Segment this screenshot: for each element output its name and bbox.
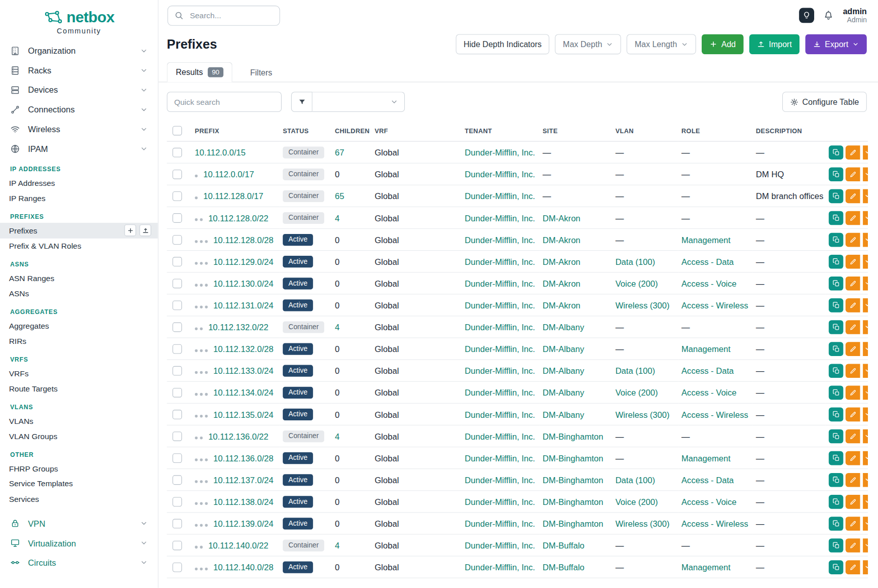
role-link[interactable]: Access - Voice	[681, 279, 737, 288]
role-link[interactable]: Management	[681, 562, 731, 572]
row-checkbox[interactable]	[172, 476, 182, 485]
children-count-link[interactable]: 4	[335, 540, 339, 550]
vlan-link[interactable]: Data (100)	[616, 366, 655, 375]
site-link[interactable]: DM-Albany	[543, 322, 584, 332]
row-checkbox[interactable]	[172, 563, 182, 572]
sidebar-item-ip-ranges[interactable]: IP Ranges	[0, 190, 158, 206]
edit-row-button[interactable]	[846, 385, 860, 400]
edit-row-dropdown-button[interactable]	[863, 254, 868, 268]
tenant-link[interactable]: Dunder-Mifflin, Inc.	[465, 366, 535, 375]
edit-row-dropdown-button[interactable]	[863, 342, 868, 356]
row-checkbox[interactable]	[172, 213, 182, 223]
prefix-link[interactable]: 10.112.132.0/28	[213, 344, 274, 354]
copy-row-button[interactable]	[829, 385, 844, 400]
theme-toggle-button[interactable]	[799, 8, 814, 23]
children-count-link[interactable]: 65	[335, 191, 344, 201]
tenant-link[interactable]: Dunder-Mifflin, Inc.	[465, 147, 535, 157]
column-header-children[interactable]: CHILDREN	[331, 121, 371, 141]
filter-button[interactable]	[291, 92, 313, 112]
edit-row-dropdown-button[interactable]	[863, 232, 868, 247]
prefix-link[interactable]: 10.112.128.0/22	[208, 213, 269, 223]
site-link[interactable]: DM-Albany	[543, 409, 584, 419]
edit-row-button[interactable]	[846, 320, 860, 334]
role-link[interactable]: Access - Wireless	[681, 519, 748, 528]
sidebar-item-circuits[interactable]: Circuits	[0, 553, 158, 572]
prefix-link[interactable]: 10.112.128.0/17	[203, 191, 263, 201]
sidebar-item-vlan-groups[interactable]: VLAN Groups	[0, 428, 158, 444]
edit-row-dropdown-button[interactable]	[863, 538, 868, 553]
role-link[interactable]: Access - Voice	[681, 497, 737, 506]
copy-row-button[interactable]	[829, 407, 844, 421]
vlan-link[interactable]: Voice (200)	[616, 497, 658, 506]
column-header-vrf[interactable]: VRF	[371, 121, 462, 141]
row-checkbox[interactable]	[172, 366, 182, 376]
row-checkbox[interactable]	[172, 170, 182, 179]
row-checkbox[interactable]	[172, 279, 182, 289]
column-header-prefix[interactable]: PREFIX	[192, 121, 280, 141]
site-link[interactable]: DM-Akron	[543, 257, 581, 266]
tenant-link[interactable]: Dunder-Mifflin, Inc.	[465, 519, 535, 528]
tenant-link[interactable]: Dunder-Mifflin, Inc.	[465, 475, 535, 485]
prefix-link[interactable]: 10.112.135.0/24	[213, 409, 274, 419]
copy-row-button[interactable]	[829, 342, 844, 356]
edit-row-dropdown-button[interactable]	[863, 517, 868, 531]
edit-row-button[interactable]	[846, 211, 860, 225]
tenant-link[interactable]: Dunder-Mifflin, Inc.	[465, 562, 535, 572]
sidebar-item-services[interactable]: Services	[0, 491, 158, 506]
role-link[interactable]: Access - Data	[681, 366, 734, 375]
prefix-link[interactable]: 10.112.130.0/24	[213, 279, 274, 288]
site-link[interactable]: DM-Albany	[543, 344, 584, 354]
quick-add-button[interactable]	[124, 224, 136, 236]
vlan-link[interactable]: Wireless (300)	[616, 519, 670, 528]
saved-filter-select[interactable]	[313, 92, 405, 112]
column-header-site[interactable]: SITE	[539, 121, 612, 141]
sidebar-item-aggregates[interactable]: Aggregates	[0, 318, 158, 333]
edit-row-dropdown-button[interactable]	[863, 167, 868, 181]
prefix-link[interactable]: 10.112.140.0/22	[208, 540, 269, 550]
tenant-link[interactable]: Dunder-Mifflin, Inc.	[465, 300, 535, 310]
row-checkbox[interactable]	[172, 541, 182, 551]
column-header-vlan[interactable]: VLAN	[612, 121, 678, 141]
children-count-link[interactable]: 4	[335, 213, 339, 223]
global-search-input[interactable]	[188, 10, 273, 20]
tenant-link[interactable]: Dunder-Mifflin, Inc.	[465, 344, 535, 354]
edit-row-dropdown-button[interactable]	[863, 451, 868, 465]
row-checkbox[interactable]	[172, 235, 182, 245]
children-count-link[interactable]: 4	[335, 432, 339, 441]
edit-row-button[interactable]	[846, 189, 860, 203]
prefix-link[interactable]: 10.112.136.0/22	[208, 432, 269, 441]
copy-row-button[interactable]	[829, 276, 844, 290]
edit-row-button[interactable]	[846, 298, 860, 312]
site-link[interactable]: DM-Akron	[543, 235, 581, 245]
sidebar-item-vlans[interactable]: VLANs	[0, 413, 158, 428]
prefix-link[interactable]: 10.112.138.0/24	[213, 497, 274, 506]
sidebar-item-virtualization[interactable]: Virtualization	[0, 533, 158, 553]
role-link[interactable]: Access - Data	[681, 257, 734, 266]
sidebar-item-connections[interactable]: Connections	[0, 100, 158, 120]
tenant-link[interactable]: Dunder-Mifflin, Inc.	[465, 235, 535, 245]
edit-row-dropdown-button[interactable]	[863, 385, 868, 400]
tenant-link[interactable]: Dunder-Mifflin, Inc.	[465, 409, 535, 419]
site-link[interactable]: DM-Buffalo	[543, 540, 585, 550]
row-checkbox[interactable]	[172, 148, 182, 158]
site-link[interactable]: DM-Albany	[543, 366, 584, 375]
max-depth-dropdown[interactable]: Max Depth	[555, 34, 622, 54]
vlan-link[interactable]: Voice (200)	[616, 387, 658, 397]
column-header-status[interactable]: STATUS	[280, 121, 332, 141]
sidebar-item-vpn[interactable]: VPN	[0, 514, 158, 533]
vlan-link[interactable]: Wireless (300)	[616, 300, 670, 310]
edit-row-dropdown-button[interactable]	[863, 407, 868, 421]
sidebar-item-prefix-vlan-roles[interactable]: Prefix & VLAN Roles	[0, 238, 158, 253]
site-link[interactable]: DM-Binghamton	[543, 497, 603, 506]
export-dropdown-button[interactable]: Export	[805, 34, 866, 54]
column-header-tenant[interactable]: TENANT	[462, 121, 540, 141]
tenant-link[interactable]: Dunder-Mifflin, Inc.	[465, 279, 535, 288]
edit-row-dropdown-button[interactable]	[863, 473, 868, 487]
edit-row-dropdown-button[interactable]	[863, 145, 868, 160]
copy-row-button[interactable]	[829, 517, 844, 531]
prefix-link[interactable]: 10.112.128.0/28	[213, 235, 274, 245]
tenant-link[interactable]: Dunder-Mifflin, Inc.	[465, 497, 535, 506]
edit-row-dropdown-button[interactable]	[863, 189, 868, 203]
edit-row-button[interactable]	[846, 364, 860, 378]
copy-row-button[interactable]	[829, 211, 844, 225]
